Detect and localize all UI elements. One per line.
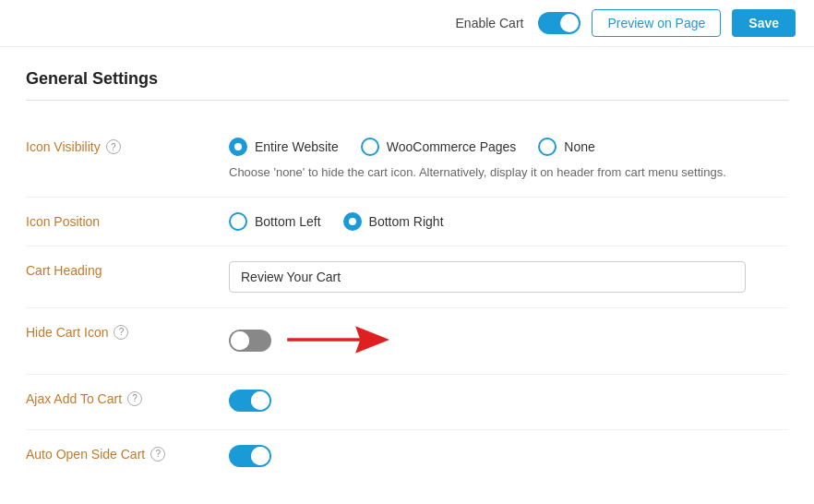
radio-bottom-right-circle: [343, 212, 362, 231]
radio-bottom-left-circle: [229, 212, 247, 231]
hide-cart-icon-arrow-container: [229, 323, 788, 359]
cart-heading-row: Cart Heading: [26, 246, 788, 308]
icon-visibility-row: Icon Visibility ? Entire Website WooComm…: [26, 123, 788, 198]
icon-position-radio-group: Bottom Left Bottom Right: [229, 212, 788, 231]
enable-cart-toggle[interactable]: [538, 12, 581, 34]
icon-visibility-label: Icon Visibility ?: [26, 138, 229, 154]
icon-position-label: Icon Position: [26, 212, 229, 229]
auto-open-side-cart-slider: [229, 445, 271, 467]
save-button[interactable]: Save: [732, 9, 796, 37]
radio-woocommerce-circle: [361, 138, 379, 156]
ajax-add-to-cart-control: [229, 390, 788, 414]
ajax-add-to-cart-row: Ajax Add To Cart ?: [26, 375, 788, 430]
icon-position-control: Bottom Left Bottom Right: [229, 212, 788, 231]
icon-visibility-help-icon[interactable]: ?: [106, 139, 121, 154]
radio-entire-website-label: Entire Website: [255, 139, 339, 154]
icon-visibility-control: Entire Website WooCommerce Pages None Ch…: [229, 138, 788, 182]
ajax-add-to-cart-toggle[interactable]: [229, 390, 271, 412]
hide-cart-icon-row: Hide Cart Icon ?: [26, 308, 788, 375]
ajax-add-to-cart-help-icon[interactable]: ?: [127, 391, 142, 406]
main-content: General Settings Icon Visibility ? Entir…: [0, 47, 814, 504]
preview-on-page-button[interactable]: Preview on Page: [592, 9, 721, 37]
svg-marker-0: [287, 326, 389, 354]
section-title: General Settings: [26, 69, 788, 89]
radio-bottom-left[interactable]: Bottom Left: [229, 212, 321, 231]
hide-cart-icon-help-icon[interactable]: ?: [114, 325, 128, 340]
enable-cart-slider: [538, 12, 581, 34]
radio-none-label: None: [564, 139, 594, 154]
radio-woocommerce-pages[interactable]: WooCommerce Pages: [361, 138, 517, 156]
icon-position-row: Icon Position Bottom Left Bottom Right: [26, 198, 788, 246]
hide-cart-icon-label: Hide Cart Icon ?: [26, 323, 229, 340]
radio-none-circle: [538, 138, 557, 156]
auto-open-side-cart-label: Auto Open Side Cart ?: [26, 445, 229, 462]
icon-visibility-help-text: Choose 'none' to hide the cart icon. Alt…: [229, 163, 764, 182]
radio-entire-website[interactable]: Entire Website: [229, 138, 339, 156]
ajax-add-to-cart-slider: [229, 390, 271, 412]
top-bar: Enable Cart Preview on Page Save: [0, 0, 814, 47]
radio-bottom-right-label: Bottom Right: [369, 214, 444, 229]
cart-heading-control: [229, 261, 788, 293]
radio-entire-website-circle: [229, 138, 247, 156]
enable-cart-label: Enable Cart: [456, 16, 524, 30]
ajax-add-to-cart-label: Ajax Add To Cart ?: [26, 390, 229, 406]
radio-bottom-left-label: Bottom Left: [255, 214, 321, 229]
auto-open-side-cart-help-icon[interactable]: ?: [150, 447, 165, 462]
radio-woocommerce-label: WooCommerce Pages: [387, 139, 517, 154]
hide-cart-icon-toggle[interactable]: [229, 330, 271, 352]
radio-none[interactable]: None: [538, 138, 594, 156]
auto-open-side-cart-row: Auto Open Side Cart ?: [26, 430, 788, 485]
radio-bottom-right[interactable]: Bottom Right: [343, 212, 444, 231]
hide-cart-icon-control: [229, 323, 788, 359]
section-divider: [26, 100, 788, 101]
red-arrow-annotation: [279, 323, 389, 359]
auto-open-side-cart-toggle[interactable]: [229, 445, 271, 467]
cart-heading-label: Cart Heading: [26, 261, 229, 278]
auto-open-side-cart-control: [229, 445, 788, 470]
icon-visibility-radio-group: Entire Website WooCommerce Pages None: [229, 138, 788, 156]
cart-heading-input[interactable]: [229, 261, 746, 293]
hide-cart-icon-slider: [229, 330, 271, 352]
